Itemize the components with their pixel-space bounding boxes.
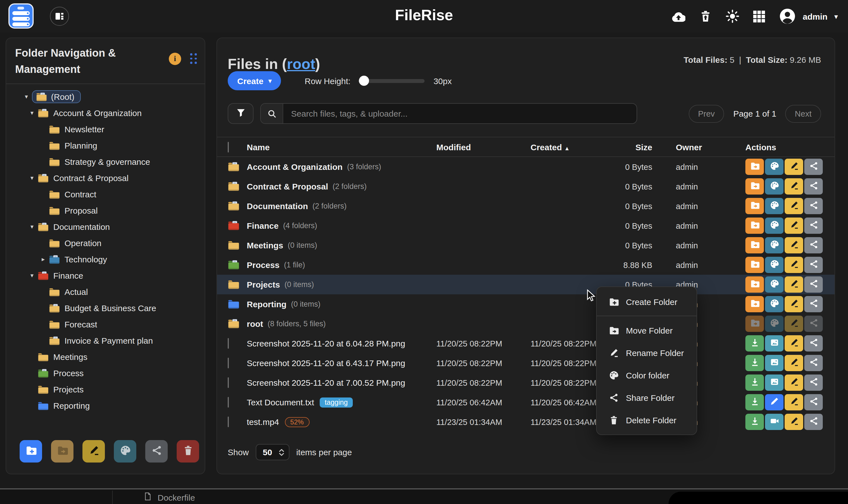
share-action-button[interactable] xyxy=(804,237,823,253)
tree-caret-icon[interactable]: ▸ xyxy=(38,256,49,263)
rename-action-button[interactable] xyxy=(784,335,803,352)
tree-item-planning[interactable]: Planning xyxy=(6,137,205,154)
rename-action-button[interactable] xyxy=(784,198,803,214)
rename-action-button[interactable] xyxy=(784,394,803,410)
user-menu[interactable]: admin ▾ xyxy=(779,8,838,25)
palette-action-button[interactable] xyxy=(765,296,783,312)
row-checkbox[interactable] xyxy=(228,397,229,407)
palette-action-button[interactable] xyxy=(765,159,783,175)
file-row-test-mp4[interactable]: test.mp452%11/23/25 01:34AM11/23/25 01:3… xyxy=(217,412,834,432)
folder-row-root[interactable]: root(8 folders, 5 files)admin xyxy=(217,314,834,334)
tree-item-contract[interactable]: Contract xyxy=(6,186,205,202)
next-page-button[interactable]: Next xyxy=(785,105,821,123)
menu-item-color-folder[interactable]: Color folder xyxy=(597,364,696,386)
rename-action-button[interactable] xyxy=(784,414,803,430)
tree-caret-icon[interactable]: ▾ xyxy=(21,93,32,100)
share-action-button[interactable] xyxy=(804,316,823,332)
menu-item-delete-folder[interactable]: Delete Folder xyxy=(597,409,696,431)
rename-action-button[interactable] xyxy=(784,296,803,312)
move-action-button[interactable] xyxy=(745,296,764,312)
tree-caret-icon[interactable]: ▾ xyxy=(26,174,38,182)
tree-item-forecast[interactable]: Forecast xyxy=(6,316,205,332)
move-action-button[interactable] xyxy=(745,237,764,253)
file-row-screenshot-2025-11-20-at-7-00-52-pm-png[interactable]: Screenshot 2025-11-20 at 7.00.52 PM.png1… xyxy=(217,373,834,393)
share-action-button[interactable] xyxy=(804,375,823,391)
row-height-slider[interactable] xyxy=(358,79,425,83)
folder-row-account-organization[interactable]: Account & Organization(3 folders)0 Bytes… xyxy=(217,157,834,177)
palette-action-button[interactable] xyxy=(765,178,783,195)
share-folder-button[interactable] xyxy=(145,440,168,463)
row-checkbox[interactable] xyxy=(228,338,229,348)
tree-caret-icon[interactable]: ▾ xyxy=(26,272,38,279)
menu-item-share-folder[interactable]: Share Folder xyxy=(597,386,696,409)
rename-action-button[interactable] xyxy=(784,217,803,234)
download-action-button[interactable] xyxy=(745,394,764,410)
video-action-button[interactable] xyxy=(765,414,783,430)
move-action-button[interactable] xyxy=(745,178,764,195)
share-action-button[interactable] xyxy=(804,296,823,312)
row-checkbox[interactable] xyxy=(228,416,229,427)
theme-sun-icon[interactable] xyxy=(726,10,740,23)
folder-row-finance[interactable]: Finance(4 folders)0 Bytesadmin xyxy=(217,216,834,235)
select-all-checkbox[interactable] xyxy=(228,142,229,152)
move-folder-button[interactable] xyxy=(51,440,73,463)
folder-row-meetings[interactable]: Meetings(0 items)0 Bytesadmin xyxy=(217,235,834,255)
share-action-button[interactable] xyxy=(804,355,823,371)
rename-action-button[interactable] xyxy=(784,355,803,371)
tree-item-reporting[interactable]: Reporting xyxy=(6,397,205,414)
move-action-button[interactable] xyxy=(745,159,764,175)
move-action-button[interactable] xyxy=(745,198,764,214)
move-action-button[interactable] xyxy=(745,276,764,293)
rename-action-button[interactable] xyxy=(784,257,803,273)
move-action-button[interactable] xyxy=(745,257,764,273)
tag-badge[interactable]: tagging xyxy=(320,397,353,407)
tree-item-budget-business-care[interactable]: Budget & Business Care xyxy=(6,300,205,316)
tree-item-strategy-governance[interactable]: Strategy & governance xyxy=(6,154,205,170)
share-action-button[interactable] xyxy=(804,394,823,410)
tree-item-account-organization[interactable]: ▾Account & Organization xyxy=(6,105,205,121)
search-input[interactable] xyxy=(283,104,637,123)
tree-item-technology[interactable]: ▸Technology xyxy=(6,251,205,267)
palette-action-button[interactable] xyxy=(765,237,783,253)
rename-action-button[interactable] xyxy=(784,237,803,253)
color-folder-button[interactable] xyxy=(114,440,136,463)
cloud-upload-icon[interactable] xyxy=(671,10,686,23)
image-action-button[interactable] xyxy=(765,355,783,371)
delete-folder-button[interactable] xyxy=(177,440,199,463)
menu-item-move-folder[interactable]: Move Folder xyxy=(597,319,696,341)
column-header-name[interactable]: Name xyxy=(247,142,436,152)
rename-action-button[interactable] xyxy=(784,276,803,293)
palette-action-button[interactable] xyxy=(765,276,783,293)
row-checkbox[interactable] xyxy=(228,377,229,388)
folder-row-projects[interactable]: Projects(0 items)0 Bytesadmin xyxy=(217,275,834,294)
image-action-button[interactable] xyxy=(765,335,783,352)
column-header-created[interactable]: Created ▲ xyxy=(531,142,622,152)
download-action-button[interactable] xyxy=(745,375,764,391)
tree-item-proposal[interactable]: Proposal xyxy=(6,202,205,219)
filter-button[interactable] xyxy=(228,103,253,124)
rename-action-button[interactable] xyxy=(784,375,803,391)
apps-grid-icon[interactable] xyxy=(754,11,765,22)
share-action-button[interactable] xyxy=(804,198,823,214)
drag-handle-icon[interactable] xyxy=(190,53,197,64)
edit-action-button[interactable] xyxy=(765,394,783,410)
tree-item-projects[interactable]: Projects xyxy=(6,381,205,397)
menu-item-create-folder[interactable]: Create Folder xyxy=(597,290,696,313)
share-action-button[interactable] xyxy=(804,159,823,175)
tree-item-operation[interactable]: Operation xyxy=(6,235,205,251)
rename-action-button[interactable] xyxy=(784,316,803,332)
file-row-text-document-txt[interactable]: Text Document.txttagging11/20/25 06:42AM… xyxy=(217,393,834,412)
tree-item-finance[interactable]: ▾Finance xyxy=(6,267,205,284)
info-icon[interactable]: i xyxy=(169,53,181,65)
row-checkbox[interactable] xyxy=(228,357,229,368)
share-action-button[interactable] xyxy=(804,257,823,273)
share-action-button[interactable] xyxy=(804,217,823,234)
download-action-button[interactable] xyxy=(745,355,764,371)
tree-item-invoice-payment-plan[interactable]: Invoice & Payment plan xyxy=(6,332,205,349)
share-action-button[interactable] xyxy=(804,414,823,430)
create-button[interactable]: Create▾ xyxy=(228,71,281,90)
current-folder-link[interactable]: root xyxy=(287,56,315,73)
column-header-owner[interactable]: Owner xyxy=(662,142,714,152)
download-action-button[interactable] xyxy=(745,335,764,352)
tree-item-contract-proposal[interactable]: ▾Contract & Proposal xyxy=(6,170,205,186)
